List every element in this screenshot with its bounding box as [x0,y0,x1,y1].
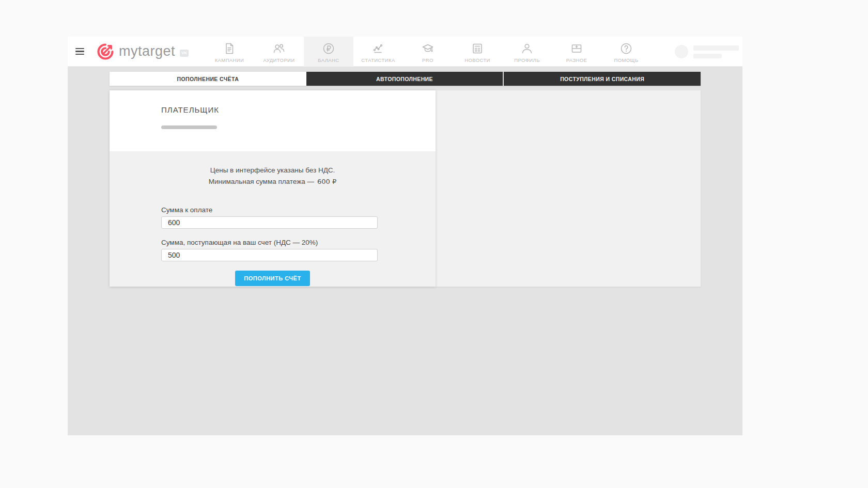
panels: ПЛАТЕЛЬЩИК Цены в интерфейсе указаны без… [110,90,701,287]
nav-item-pro[interactable]: PRO [403,37,453,67]
tab-bar: ПОПОЛНЕНИЕ СЧЁТААВТОПОПОЛНЕНИЕПОСТУПЛЕНИ… [110,72,701,86]
tab-transactions[interactable]: ПОСТУПЛЕНИЯ И СПИСАНИЯ [503,72,701,86]
nav-item-misc[interactable]: РАЗНОЕ [552,37,601,67]
payer-section: ПЛАТЕЛЬЩИК [110,90,436,151]
vat-info-line1: Цены в интерфейсе указаны без НДС. [161,165,384,176]
topup-card: ПЛАТЕЛЬЩИК Цены в интерфейсе указаны без… [110,90,436,287]
tab-autotopup[interactable]: АВТОПОПОЛНЕНИЕ [306,72,503,86]
nav-item-news[interactable]: НОВОСТИ [453,37,502,67]
mytarget-logo[interactable]: mytarget VK [96,42,189,61]
nav-item-audiences[interactable]: АУДИТОРИИ [254,37,304,67]
payer-name-redacted [161,125,217,129]
amount-label: Сумма к оплате [161,206,384,214]
payer-section-title: ПЛАТЕЛЬЩИК [161,105,436,114]
nav-item-balance[interactable]: БАЛАНС [304,37,353,67]
newspaper-icon [471,42,484,55]
top-header: mytarget VK КАМПАНИИАУДИТОРИИБАЛАНССТАТИ… [68,37,742,67]
page: { "header": { "brand": "mytarget", "badg… [0,0,868,488]
vk-badge: VK [180,50,189,57]
nav-item-label: PRO [422,57,433,63]
nav-item-help[interactable]: ПОМОЩЬ [601,37,651,67]
credited-amount-input[interactable] [161,249,378,261]
balance-content: ПОПОЛНЕНИЕ СЧЁТААВТОПОПОЛНЕНИЕПОСТУПЛЕНИ… [110,72,701,287]
nav-item-label: РАЗНОЕ [566,57,587,63]
mytarget-brand-icon [96,42,115,61]
main-nav: КАМПАНИИАУДИТОРИИБАЛАНССТАТИСТИКАPROНОВО… [205,37,651,67]
ruble-coin-icon [322,42,335,55]
user-account[interactable] [675,37,739,67]
avatar [675,45,688,58]
box-plus-icon [570,42,583,55]
nav-item-profile[interactable]: ПРОФИЛЬ [502,37,552,67]
question-icon [619,42,633,55]
user-name-redacted [693,45,739,58]
nav-item-label: ПОМОЩЬ [614,57,638,63]
min-payment-value: 600 ₽ [317,178,336,185]
nav-item-label: КАМПАНИИ [215,57,244,63]
credited-amount-label: Сумма, поступающая на ваш счет (НДС — 20… [161,239,384,246]
nav-item-label: БАЛАНС [318,57,339,63]
tab-topup[interactable]: ПОПОЛНЕНИЕ СЧЁТА [110,72,306,86]
brand-wordmark: mytarget [119,43,175,59]
nav-item-campaigns[interactable]: КАМПАНИИ [205,37,254,67]
nav-item-label: НОВОСТИ [464,57,490,63]
amount-input[interactable] [161,216,378,229]
users-icon [272,42,286,55]
topup-form: Цены в интерфейсе указаны без НДС. Миним… [110,151,436,287]
line-chart-icon [371,42,385,55]
graduation-cap-icon [421,42,435,55]
user-icon [520,42,534,55]
app-window: mytarget VK КАМПАНИИАУДИТОРИИБАЛАНССТАТИ… [68,37,742,435]
vat-info-line2: Минимальная сумма платежа —600 ₽ [161,176,384,187]
document-icon [223,42,236,55]
nav-item-label: ПРОФИЛЬ [514,57,540,63]
nav-item-label: СТАТИСТИКА [361,57,395,63]
hamburger-menu-icon[interactable] [75,46,84,56]
details-panel-empty [436,90,701,287]
topup-submit-button[interactable]: ПОПОЛНИТЬ СЧЁТ [235,271,309,286]
nav-item-label: АУДИТОРИИ [263,57,295,63]
nav-item-statistics[interactable]: СТАТИСТИКА [353,37,403,67]
vat-info-note: Цены в интерфейсе указаны без НДС. Миним… [161,151,384,187]
